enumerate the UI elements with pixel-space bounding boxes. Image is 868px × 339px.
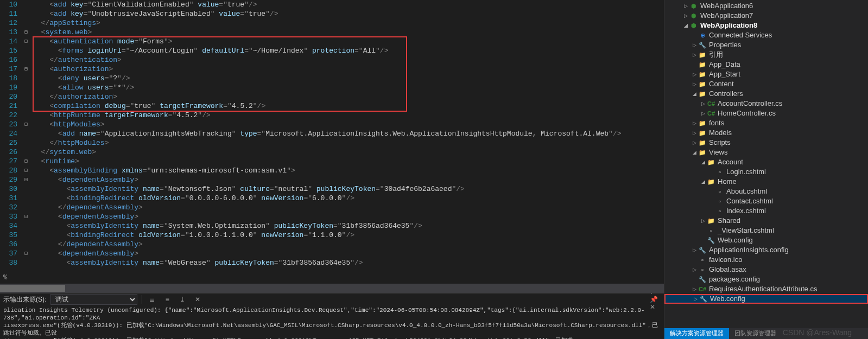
code-line[interactable]: </httpModules> xyxy=(30,138,664,148)
fold-toggle[interactable]: ⊟ xyxy=(22,65,30,74)
code-line[interactable]: <dependentAssembly> xyxy=(30,249,664,258)
output-toolbar-icon[interactable]: ⤓ xyxy=(177,294,188,305)
expand-icon[interactable]: ▷ xyxy=(699,99,707,108)
expand-icon[interactable]: ◢ xyxy=(699,157,707,167)
code-line[interactable]: </authentication> xyxy=(30,55,664,65)
expand-icon[interactable]: ▷ xyxy=(699,216,707,226)
code-line[interactable]: <allow users="*"/> xyxy=(30,83,664,92)
code-line[interactable]: </system.web> xyxy=(30,148,664,157)
fold-toggle[interactable]: ⊟ xyxy=(22,175,30,184)
expand-icon[interactable]: ◢ xyxy=(690,89,698,99)
tree-item[interactable]: ◢📁Home xyxy=(664,177,868,187)
code-line[interactable]: <forms loginUrl="~/Account/Login" defaul… xyxy=(30,46,664,55)
clear-icon[interactable]: ✕ xyxy=(192,294,203,305)
code-line[interactable]: <assemblyIdentity name="WebGrease" publi… xyxy=(30,258,664,267)
expand-icon[interactable]: ▷ xyxy=(690,50,698,60)
code-line[interactable]: <dependentAssembly> xyxy=(30,175,664,184)
tree-item[interactable]: ◢📁Controllers xyxy=(664,89,868,99)
code-line[interactable]: <httpModules> xyxy=(30,120,664,129)
code-line[interactable]: <compilation debug="true" targetFramewor… xyxy=(30,101,664,111)
code-line[interactable]: </dependentAssembly> xyxy=(30,203,664,212)
code-line[interactable]: <runtime> xyxy=(30,157,664,166)
expand-icon[interactable]: ▷ xyxy=(690,69,698,79)
output-toolbar-icon[interactable]: ≡ xyxy=(162,294,173,305)
tree-item[interactable]: ▷📁Models xyxy=(664,128,868,138)
tree-item[interactable]: ▷📁fonts xyxy=(664,118,868,128)
solution-explorer[interactable]: ▷⬢WebApplication6▷⬢WebApplication7◢⬢WebA… xyxy=(664,0,868,339)
tree-item[interactable]: 🔧packages.config xyxy=(664,274,868,284)
code-line[interactable]: <assemblyIdentity name="Newtonsoft.Json"… xyxy=(30,184,664,194)
tree-item[interactable]: ▷▫Global.asax xyxy=(664,265,868,274)
output-toolbar-icon[interactable]: ≣ xyxy=(147,294,157,305)
code-line[interactable]: <add key="UnobtrusiveJavaScriptEnabled" … xyxy=(30,9,664,18)
tree-item[interactable]: 🔧Web.config xyxy=(664,235,868,245)
code-line[interactable]: <assemblyIdentity name="System.Web.Optim… xyxy=(30,221,664,231)
fold-toggle[interactable]: ⊟ xyxy=(22,120,30,129)
expand-icon[interactable]: ▷ xyxy=(699,108,707,118)
expand-icon[interactable]: ▷ xyxy=(690,284,698,294)
expand-icon[interactable]: ◢ xyxy=(699,177,707,187)
tree-item[interactable]: ▫_ViewStart.cshtml xyxy=(664,226,868,235)
code-line[interactable]: <add key="ClientValidationEnabled" value… xyxy=(30,0,664,9)
tree-item[interactable]: ▷📁App_Start xyxy=(664,69,868,79)
expand-icon[interactable]: ▷ xyxy=(692,294,699,304)
code-line[interactable]: <assemblyBinding xmlns="urn:schemas-micr… xyxy=(30,166,664,175)
tree-item[interactable]: ▷C#HomeController.cs xyxy=(664,108,868,118)
code-line[interactable]: <bindingRedirect oldVersion="0.0.0.0-6.0… xyxy=(30,194,664,203)
solution-explorer-tab[interactable]: 解决方案资源管理器 xyxy=(664,328,729,339)
fold-toggle[interactable]: ⊟ xyxy=(22,157,30,166)
expand-icon[interactable]: ▷ xyxy=(690,79,698,89)
tree-item[interactable]: ▫Login.cshtml xyxy=(664,167,868,177)
expand-icon[interactable]: ▷ xyxy=(690,118,698,128)
code-line[interactable]: <authentication mode="Forms"> xyxy=(30,37,664,46)
fold-toggle[interactable]: ⊟ xyxy=(22,28,30,37)
output-source-select[interactable]: 调试 xyxy=(50,294,137,305)
tree-item[interactable]: ▷⬢WebApplication7 xyxy=(664,11,868,21)
expand-icon[interactable]: ▷ xyxy=(682,11,689,21)
fold-toggle[interactable]: ⊟ xyxy=(22,37,30,46)
expand-icon[interactable]: ▷ xyxy=(690,245,698,255)
code-line[interactable]: </dependentAssembly> xyxy=(30,240,664,249)
expand-icon[interactable]: ▷ xyxy=(682,1,689,11)
tree-item[interactable]: ▷📁引用 xyxy=(664,50,868,60)
code-line[interactable]: <system.web> xyxy=(30,28,664,37)
tree-item[interactable]: ▷📁Scripts xyxy=(664,138,868,148)
code-line[interactable]: <bindingRedirect oldVersion="1.0.0.0-1.1… xyxy=(30,231,664,240)
fold-toggle[interactable]: ⊟ xyxy=(22,249,30,258)
tree-item[interactable]: ▫Contact.cshtml xyxy=(664,196,868,206)
horizontal-scrollbar[interactable] xyxy=(0,284,664,293)
tree-item[interactable]: ▷C#RequiresAuthenticationAttribute.cs xyxy=(664,284,868,294)
tree-item[interactable]: ▷📁Content xyxy=(664,79,868,89)
code-line[interactable]: <authorization> xyxy=(30,65,664,74)
tree-item[interactable]: ⊕Connected Services xyxy=(664,30,868,40)
expand-icon[interactable]: ▷ xyxy=(690,138,698,148)
code-editor[interactable]: 1011121314151617181920212223242526272829… xyxy=(0,0,664,274)
expand-icon[interactable]: ▷ xyxy=(690,128,698,138)
tree-item[interactable]: ◢📁Account xyxy=(664,157,868,167)
tree-item[interactable]: ▷C#AccountController.cs xyxy=(664,99,868,108)
expand-icon[interactable]: ▷ xyxy=(690,40,698,50)
code-line[interactable]: <add name="ApplicationInsightsWebTrackin… xyxy=(30,129,664,138)
expand-icon[interactable]: ◢ xyxy=(690,148,698,157)
code-line[interactable]: <deny users="?"/> xyxy=(30,74,664,83)
fold-toggle[interactable]: ⊟ xyxy=(22,212,30,221)
tree-item[interactable]: ▫favicon.ico xyxy=(664,255,868,265)
tree-item[interactable]: ▷⬢WebApplication6 xyxy=(664,1,868,11)
team-explorer-tab[interactable]: 团队资源管理器 xyxy=(729,328,782,339)
tree-item[interactable]: ▫About.cshtml xyxy=(664,187,868,196)
output-text[interactable]: plication Insights Telemetry (unconfigur… xyxy=(0,305,664,339)
tree-item[interactable]: ◢📁Views xyxy=(664,148,868,157)
tree-item[interactable]: ▷📁Shared xyxy=(664,216,868,226)
code-line[interactable]: <httpRuntime targetFramework="4.5.2"/> xyxy=(30,111,664,120)
pin-icon[interactable]: ▾ 📌 ✕ xyxy=(650,294,661,305)
tree-item[interactable]: ▷🔧ApplicationInsights.config xyxy=(664,245,868,255)
code-line[interactable]: <dependentAssembly> xyxy=(30,212,664,221)
code-line[interactable]: </authorization> xyxy=(30,92,664,101)
tree-item[interactable]: ▷🔧Properties xyxy=(664,40,868,50)
expand-icon[interactable]: ▷ xyxy=(690,265,698,274)
tree-item[interactable]: ▫Index.cshtml xyxy=(664,206,868,216)
expand-icon[interactable]: ◢ xyxy=(682,21,689,30)
fold-toggle[interactable]: ⊟ xyxy=(22,166,30,175)
tree-item[interactable]: ▷🔧Web.config xyxy=(664,294,868,304)
tree-item[interactable]: 📁App_Data xyxy=(664,60,868,69)
